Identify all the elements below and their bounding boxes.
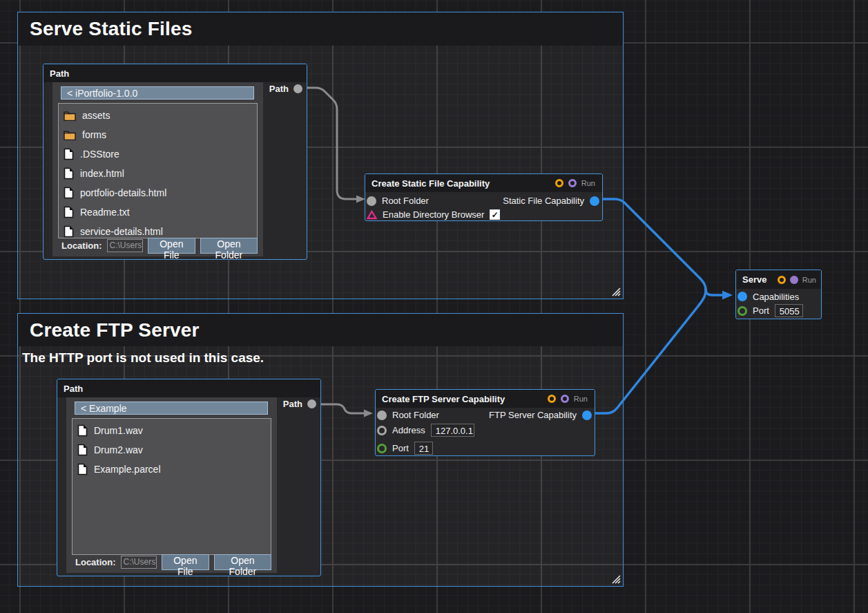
address-label: Address xyxy=(392,425,425,435)
root-folder-label: Root Folder xyxy=(392,410,439,420)
group-header[interactable]: Serve Static Files xyxy=(18,12,623,46)
location-input[interactable]: C:\Users\sz xyxy=(107,239,143,252)
breadcrumb-up-button[interactable]: < Example xyxy=(75,402,268,415)
resize-grip[interactable] xyxy=(610,286,621,296)
node-header[interactable]: Serve Run xyxy=(736,270,821,289)
exec-in-pin[interactable] xyxy=(778,276,786,284)
path-output-pin[interactable] xyxy=(293,84,302,93)
root-folder-label: Root Folder xyxy=(382,196,429,206)
static-file-capability-pin[interactable] xyxy=(590,196,599,206)
folder-icon xyxy=(64,130,76,140)
file-row[interactable]: Drum1.wav xyxy=(73,421,271,440)
open-file-button[interactable]: Open File xyxy=(148,238,195,254)
file-row[interactable]: forms xyxy=(59,125,257,144)
node-canvas[interactable]: Serve Static Files Create FTP Server The… xyxy=(0,0,868,613)
connection-arrow xyxy=(722,291,733,300)
address-pin[interactable] xyxy=(377,426,387,435)
file-row[interactable]: index.html xyxy=(59,164,257,183)
node-title: Serve xyxy=(742,274,778,285)
resize-grip[interactable] xyxy=(610,574,621,584)
serve-node[interactable]: Serve Run Capabilities Port 5055 xyxy=(735,270,822,319)
node-header[interactable]: Path xyxy=(44,64,307,82)
port-pin[interactable] xyxy=(737,306,747,316)
file-browser-panel: < Example Drum1.wav Drum2.wav Example.pa… xyxy=(66,397,277,573)
file-icon xyxy=(64,167,74,180)
path-output-label: Path xyxy=(283,399,302,409)
create-ftp-server-capability-node[interactable]: Create FTP Server Capability Run Root Fo… xyxy=(375,389,595,456)
port-label: Port xyxy=(753,305,769,316)
file-row[interactable]: Drum2.wav xyxy=(73,440,271,460)
file-icon xyxy=(64,187,74,199)
node-title: Create FTP Server Capability xyxy=(382,394,548,404)
file-icon xyxy=(77,424,88,437)
port-input[interactable]: 5055 xyxy=(775,304,803,317)
root-folder-pin[interactable] xyxy=(367,196,376,206)
exec-out-pin[interactable] xyxy=(561,395,569,403)
address-input[interactable]: 127.0.0.1 xyxy=(431,424,474,437)
run-label: Run xyxy=(802,276,816,284)
file-browser-panel: < iPortfolio-1.0.0 assets forms .DSStore… xyxy=(52,82,263,256)
exec-in-pin[interactable] xyxy=(555,179,563,187)
exec-out-pin[interactable] xyxy=(790,276,798,284)
group-title: Create FTP Server xyxy=(30,319,200,341)
ftp-server-capability-pin[interactable] xyxy=(582,411,592,420)
folder-icon xyxy=(64,111,76,121)
file-icon xyxy=(64,206,74,218)
enable-directory-browser-label: Enable Directory Browser xyxy=(383,209,484,220)
run-label: Run xyxy=(574,395,588,403)
group-header[interactable]: Create FTP Server xyxy=(18,314,623,346)
path-output-pin[interactable] xyxy=(307,399,316,408)
file-row[interactable]: Readme.txt xyxy=(59,202,257,222)
root-folder-pin[interactable] xyxy=(377,411,387,420)
capabilities-label: Capabilities xyxy=(753,292,799,302)
path-output-label: Path xyxy=(269,84,289,94)
file-icon xyxy=(64,148,74,160)
capabilities-pin[interactable] xyxy=(737,292,747,301)
port-pin[interactable] xyxy=(377,444,387,453)
node-title: Create Static File Capability xyxy=(372,178,555,189)
port-input[interactable]: 21 xyxy=(414,442,433,455)
open-folder-button[interactable]: Open Folder xyxy=(200,238,258,254)
file-row[interactable]: Example.parcel xyxy=(73,460,271,479)
directory-browser-checkbox[interactable]: ✓ xyxy=(490,209,500,220)
location-label: Location: xyxy=(61,241,102,251)
exec-out-pin[interactable] xyxy=(568,179,577,187)
breadcrumb-up-button[interactable]: < iPortfolio-1.0.0 xyxy=(61,86,254,100)
node-header[interactable]: Path xyxy=(57,379,320,397)
file-list[interactable]: Drum1.wav Drum2.wav Example.parcel xyxy=(72,418,271,555)
exec-in-pin[interactable] xyxy=(548,395,556,403)
create-static-file-capability-node[interactable]: Create Static File Capability Run Root F… xyxy=(365,173,603,221)
node-header[interactable]: Create Static File Capability Run xyxy=(365,174,602,192)
group-title: Serve Static Files xyxy=(30,18,193,40)
node-header[interactable]: Create FTP Server Capability Run xyxy=(376,390,595,408)
enable-directory-browser-pin[interactable] xyxy=(367,210,377,220)
group-note: The HTTP port is not used in this case. xyxy=(22,350,264,366)
static-file-capability-label: Static File Capability xyxy=(503,196,584,206)
run-label: Run xyxy=(581,179,595,187)
file-icon xyxy=(77,463,88,475)
file-icon xyxy=(64,225,74,238)
ftp-server-capability-label: FTP Server Capability xyxy=(489,410,577,420)
open-folder-button[interactable]: Open Folder xyxy=(214,554,271,570)
path-node-static[interactable]: Path < iPortfolio-1.0.0 assets forms .DS… xyxy=(43,64,307,260)
node-title: Path xyxy=(64,384,320,394)
file-row[interactable]: .DSStore xyxy=(59,144,257,164)
location-label: Location: xyxy=(75,557,116,567)
file-row[interactable]: assets xyxy=(59,106,257,125)
open-file-button[interactable]: Open File xyxy=(162,554,209,570)
file-row[interactable]: portfolio-details.html xyxy=(59,183,257,202)
file-list[interactable]: assets forms .DSStore index.html portfol… xyxy=(58,103,258,238)
node-title: Path xyxy=(50,68,307,79)
file-icon xyxy=(77,444,88,456)
port-label: Port xyxy=(392,443,409,453)
path-node-ftp[interactable]: Path < Example Drum1.wav Drum2.wav Examp… xyxy=(57,379,321,576)
location-input[interactable]: C:\Users\sz xyxy=(121,556,157,569)
